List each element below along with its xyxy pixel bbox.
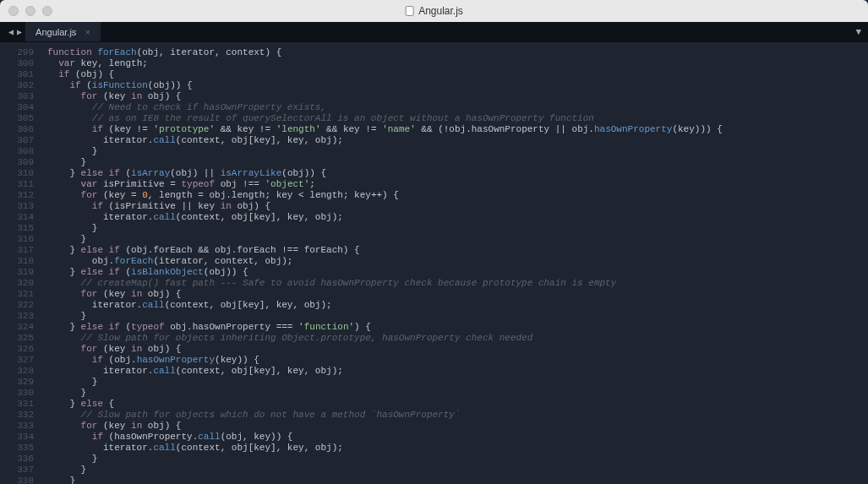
zoom-window-icon[interactable] <box>42 6 52 16</box>
window-title-text: Angular.js <box>418 5 463 17</box>
nav-back-icon[interactable]: ◀ <box>8 27 14 37</box>
file-icon <box>405 6 413 16</box>
tab-overflow-icon[interactable]: ▼ <box>849 22 868 41</box>
tab-nav: ◀ ▶ <box>5 22 25 41</box>
code-content[interactable]: function forEach(obj, iterator, context)… <box>42 42 868 484</box>
minimize-window-icon[interactable] <box>25 6 35 16</box>
code-editor[interactable]: 299 300 301 302 303 304 305 306 307 308 … <box>0 42 868 484</box>
nav-forward-icon[interactable]: ▶ <box>17 27 22 37</box>
tab-bar: ◀ ▶ Angular.js × ▼ <box>0 22 868 42</box>
tab-angular[interactable]: Angular.js × <box>25 22 101 41</box>
close-icon[interactable]: × <box>85 27 90 37</box>
window-titlebar: Angular.js <box>0 0 868 22</box>
line-gutter: 299 300 301 302 303 304 305 306 307 308 … <box>0 42 42 484</box>
window-controls <box>8 6 52 16</box>
window-title: Angular.js <box>405 5 463 17</box>
tab-label: Angular.js <box>35 27 76 37</box>
close-window-icon[interactable] <box>8 6 19 16</box>
